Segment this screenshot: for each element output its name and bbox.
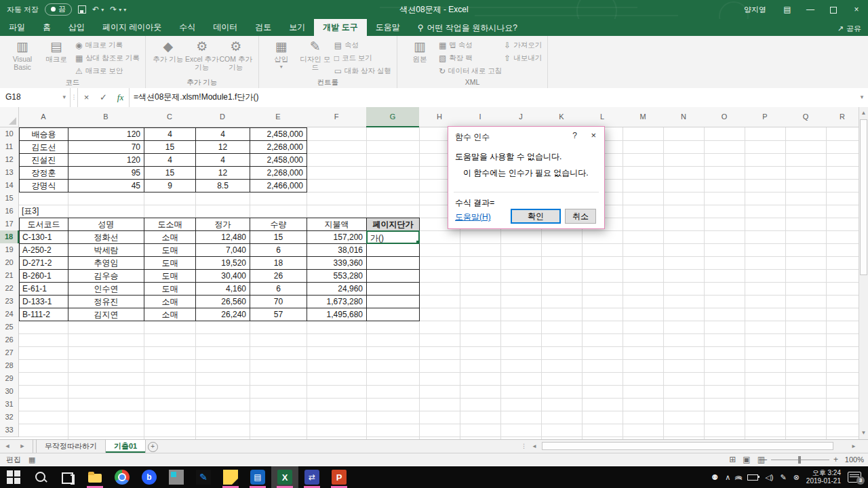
- antivirus-icon[interactable]: ⊗: [793, 466, 800, 488]
- close-button[interactable]: ×: [845, 0, 868, 19]
- action-center-icon[interactable]: 3: [848, 472, 861, 483]
- cell-G19[interactable]: [366, 243, 420, 257]
- cell-A20[interactable]: D-271-2: [19, 256, 68, 270]
- view-code-button[interactable]: □코드 보기: [334, 52, 391, 64]
- cell-B11[interactable]: 70: [68, 140, 144, 154]
- cell-D20[interactable]: 19,520: [195, 256, 250, 270]
- restore-button[interactable]: [822, 0, 845, 19]
- cell-D14[interactable]: 8.5: [195, 179, 250, 192]
- column-header-N[interactable]: N: [663, 107, 705, 127]
- cell-D19[interactable]: 7,040: [195, 243, 250, 257]
- cell-A14[interactable]: 강명식: [19, 179, 68, 192]
- cell-B17[interactable]: 성명: [68, 218, 144, 231]
- expansion-packs-button[interactable]: ▧확장 팩: [439, 52, 502, 64]
- ok-button[interactable]: 확인: [511, 209, 561, 224]
- column-header-A[interactable]: A: [19, 107, 68, 127]
- column-header-K[interactable]: K: [541, 107, 583, 127]
- excel-add-ins-button[interactable]: ⚙Excel 추가 기능: [185, 37, 219, 71]
- wifi-icon[interactable]: (((: [728, 476, 750, 479]
- cell-D24[interactable]: 26,240: [195, 308, 250, 321]
- cell-D12[interactable]: 4: [195, 153, 250, 167]
- cell-G24[interactable]: [366, 308, 420, 321]
- cell-A11[interactable]: 김도선: [19, 140, 68, 154]
- tab-페이지 레이아웃[interactable]: 페이지 레이아웃: [94, 19, 170, 36]
- row-header-30[interactable]: 30: [0, 385, 19, 399]
- cell-E12[interactable]: 2,458,000: [250, 153, 307, 167]
- column-header-I[interactable]: I: [460, 107, 501, 127]
- row-header-27[interactable]: 27: [0, 346, 19, 360]
- taskbar-excel-icon[interactable]: X: [271, 466, 298, 488]
- cell-F22[interactable]: 24,960: [307, 282, 367, 296]
- scroll-up-icon[interactable]: ▲: [859, 108, 868, 118]
- cell-A10[interactable]: 배승용: [19, 127, 68, 141]
- user-name[interactable]: 양지영: [744, 5, 766, 15]
- cell-E14[interactable]: 2,466,000: [250, 179, 307, 192]
- column-header-G[interactable]: G: [366, 107, 420, 127]
- row-header-19[interactable]: 19: [0, 243, 19, 257]
- cell-B14[interactable]: 45: [68, 179, 144, 192]
- cell-C11[interactable]: 15: [144, 140, 196, 154]
- cell-C19[interactable]: 도매: [144, 243, 196, 257]
- cell-C17[interactable]: 도소매: [144, 218, 196, 231]
- cell-E18[interactable]: 15: [250, 230, 307, 244]
- row-header-29[interactable]: 29: [0, 372, 19, 386]
- cell-F24[interactable]: 1,495,680: [307, 308, 367, 321]
- cell-C21[interactable]: 도매: [144, 269, 196, 283]
- column-header-F[interactable]: F: [307, 107, 367, 127]
- battery-icon[interactable]: [747, 474, 758, 481]
- row-header-25[interactable]: 25: [0, 321, 19, 334]
- cell-E10[interactable]: 2,458,000: [250, 127, 307, 141]
- row-header-13[interactable]: 13: [0, 166, 19, 180]
- row-header-12[interactable]: 12: [0, 153, 19, 167]
- macros-button[interactable]: ▤매크로: [39, 37, 73, 63]
- cell-C10[interactable]: 4: [144, 127, 196, 141]
- confirm-entry-icon[interactable]: ✓: [95, 88, 112, 107]
- cell-A23[interactable]: D-133-1: [19, 295, 68, 308]
- page-layout-view-icon[interactable]: ▣: [743, 453, 750, 466]
- cell-F17[interactable]: 지불액: [307, 218, 367, 231]
- taskbar-loop-icon[interactable]: ⇄: [298, 466, 326, 488]
- column-header-H[interactable]: H: [419, 107, 460, 127]
- record-macro-button[interactable]: ◉매크로 기록: [75, 39, 140, 52]
- scrollbar-splitter[interactable]: ⋮: [521, 443, 527, 449]
- cell-F21[interactable]: 553,280: [307, 269, 367, 283]
- zoom-in-button[interactable]: +: [833, 455, 838, 464]
- column-header-O[interactable]: O: [704, 107, 745, 127]
- row-header-15[interactable]: 15: [0, 192, 19, 205]
- vertical-scroll-thumb[interactable]: [860, 119, 867, 275]
- column-header-B[interactable]: B: [68, 107, 144, 127]
- taskbar-band-icon[interactable]: b: [136, 466, 163, 488]
- tab-파일[interactable]: 파일: [0, 19, 34, 36]
- run-dialog-button[interactable]: ▭대화 상자 실행: [334, 64, 391, 77]
- column-header-M[interactable]: M: [623, 107, 664, 127]
- cell-A16[interactable]: [표3]: [19, 205, 68, 218]
- taskbar-powerpoint-icon[interactable]: P: [326, 466, 353, 488]
- cell-A22[interactable]: E-61-1: [19, 282, 68, 296]
- column-header-L[interactable]: L: [582, 107, 623, 127]
- cell-E21[interactable]: 26: [250, 269, 307, 283]
- map-properties-button[interactable]: ▦맵 속성: [439, 39, 502, 52]
- scroll-left-icon[interactable]: ◄: [530, 443, 539, 449]
- tab-도움말[interactable]: 도움말: [367, 19, 409, 36]
- taskbar-task-view-icon[interactable]: [54, 466, 81, 488]
- insert-function-icon[interactable]: fx: [112, 88, 130, 107]
- taskbar-chrome-icon[interactable]: [108, 466, 136, 488]
- row-header-21[interactable]: 21: [0, 269, 19, 283]
- taskbar-capture-icon[interactable]: [163, 466, 190, 488]
- row-header-23[interactable]: 23: [0, 295, 19, 308]
- com-add-ins-button[interactable]: ⚙COM 추가 기능: [219, 37, 253, 71]
- minimize-button[interactable]: —: [799, 0, 822, 19]
- tab-데이터[interactable]: 데이터: [204, 19, 246, 36]
- row-header-20[interactable]: 20: [0, 256, 19, 270]
- cell-E19[interactable]: 6: [250, 243, 307, 257]
- macro-security-button[interactable]: ⚠매크로 보안: [75, 64, 140, 77]
- properties-button[interactable]: ▤속성: [334, 39, 391, 52]
- row-header-11[interactable]: 11: [0, 140, 19, 154]
- dialog-close-icon[interactable]: ×: [591, 130, 596, 140]
- scroll-right-icon[interactable]: ►: [849, 443, 859, 449]
- cell-B10[interactable]: 120: [68, 127, 144, 141]
- cell-G21[interactable]: [366, 269, 420, 283]
- cell-D17[interactable]: 정가: [195, 218, 250, 231]
- row-header-10[interactable]: 10: [0, 127, 19, 141]
- taskbar-viewer-icon[interactable]: ▤: [244, 466, 271, 488]
